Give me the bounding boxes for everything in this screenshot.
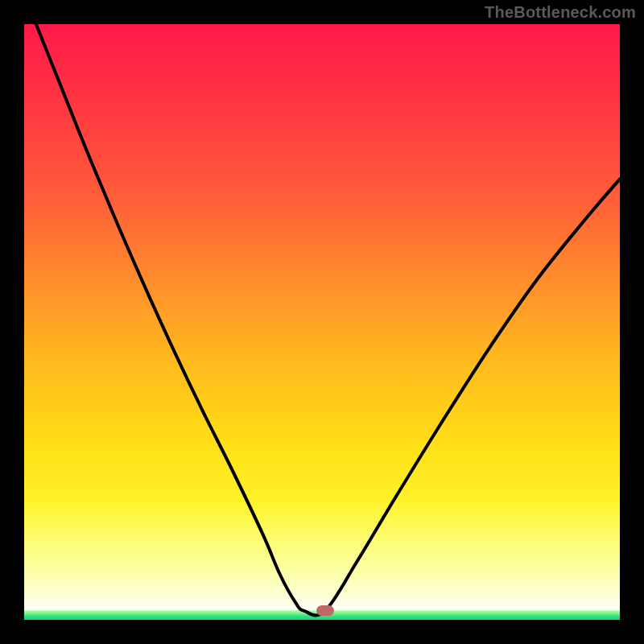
- watermark-text: TheBottleneck.com: [485, 3, 636, 22]
- chart-frame: TheBottleneck.com: [0, 0, 644, 644]
- optimal-point-marker: [316, 605, 334, 616]
- plot-area: [24, 24, 620, 620]
- bottleneck-curve: [36, 24, 620, 615]
- curve-layer: [24, 24, 620, 620]
